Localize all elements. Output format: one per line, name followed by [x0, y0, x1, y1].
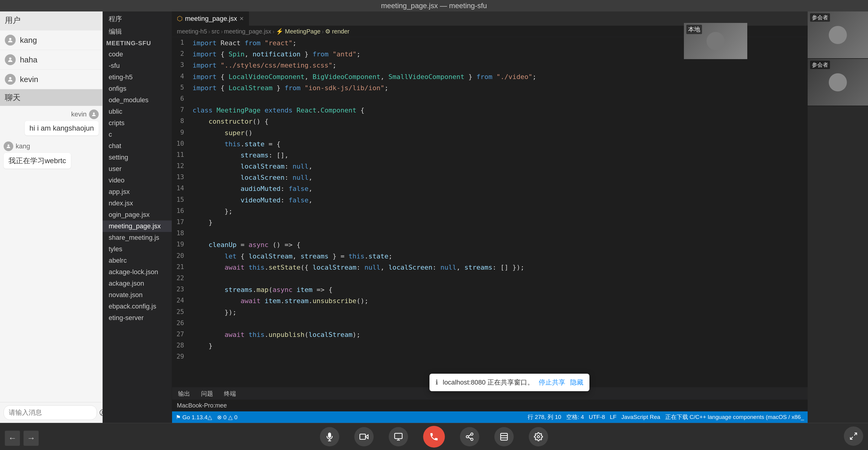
file-tree-item-chat[interactable]: chat [103, 140, 172, 152]
editor-tab-meeting[interactable]: ⬡ meeting_page.jsx ✕ [172, 11, 249, 26]
user-name-kevin: kevin [20, 75, 38, 84]
nav-next-button[interactable]: → [24, 431, 39, 446]
code-line-29: 29 [172, 351, 802, 362]
users-section: 用户 [0, 11, 102, 30]
code-area[interactable]: 1 import React from "react"; 2 import { … [172, 37, 802, 387]
code-line-18: 18 [172, 228, 802, 239]
code-line-24: 24 await item.stream.unsubscribe(); [172, 295, 802, 306]
file-tree-item-webpack[interactable]: ebpack.config.js [103, 301, 172, 312]
status-go-version: ⚑ Go 1.13.4△ [176, 414, 212, 421]
mic-button[interactable] [320, 427, 339, 446]
code-line-9: 9 super() [172, 127, 802, 138]
user-item-kevin[interactable]: kevin [0, 70, 102, 89]
file-tree-item-code[interactable]: code [103, 49, 172, 60]
file-tree-item-edit[interactable]: 编辑 [103, 25, 172, 38]
breadcrumb-part-2: src [212, 28, 220, 35]
status-bar: ⚑ Go 1.13.4△ ⊗ 0 △ 0 行 278, 列 10 空格: 4 U… [172, 411, 808, 423]
file-tree-item-babelrc[interactable]: abelrc [103, 255, 172, 266]
status-download: 正在下载 C/C++ language components (macOS / … [665, 413, 804, 421]
file-tree-item-package[interactable]: ackage.json [103, 278, 172, 289]
code-line-25: 25 }); [172, 307, 802, 318]
file-tree-item-public[interactable]: ublic [103, 106, 172, 117]
code-line-21: 21 await this.setState({ localStream: nu… [172, 261, 802, 272]
camera-button[interactable] [354, 427, 374, 446]
bottom-tab-problems[interactable]: 问题 [198, 388, 216, 399]
code-line-6: 6 [172, 93, 802, 104]
bottom-content: MacBook-Pro:mee [172, 399, 808, 411]
code-line-28: 28 } [172, 340, 802, 351]
code-line-19: 19 cleanUp = async () => { [172, 239, 802, 250]
code-line-10: 10 this.state = { [172, 138, 802, 149]
share-hide-button[interactable]: 隐藏 [570, 378, 583, 387]
file-tree-item-share[interactable]: share_meeting.js [103, 232, 172, 244]
settings-button[interactable] [529, 427, 548, 446]
file-tree-item-onfigs[interactable]: onfigs [103, 83, 172, 94]
message-bubble-kevin: hi i am kangshaojun [25, 121, 99, 135]
end-call-button[interactable] [423, 426, 445, 448]
message-sender-row-kang: kang [4, 141, 30, 151]
file-tree-item-scripts[interactable]: cripts [103, 117, 172, 129]
chat-input[interactable] [4, 405, 97, 420]
file-tree-item-index[interactable]: ndex.jsx [103, 198, 172, 209]
svg-rect-10 [395, 433, 402, 439]
chat-header-section: 聊天 [0, 89, 102, 106]
share-button[interactable] [460, 427, 479, 446]
file-tree-item-styles[interactable]: tyles [103, 244, 172, 255]
file-tree-item-eting-h5[interactable]: eting-h5 [103, 71, 172, 83]
layout-button[interactable] [494, 427, 514, 446]
participant-video-1: 参会者 [808, 11, 868, 59]
screen-share-button[interactable] [389, 427, 408, 446]
nav-prev-button[interactable]: ← [5, 431, 20, 446]
chat-input-area [0, 402, 102, 423]
file-tree-item-c[interactable]: c [103, 129, 172, 140]
code-line-22: 22 [172, 272, 802, 284]
file-editor-area: 1 import React from "react"; 2 import { … [172, 37, 808, 387]
participant-label-1: 参会者 [810, 13, 830, 22]
bottom-tab-terminal[interactable]: 终端 [221, 388, 239, 399]
file-tree-item-video[interactable]: video [103, 174, 172, 186]
file-tree-item-meeting[interactable]: meeting_page.jsx [103, 221, 172, 232]
file-tree-item-cheng[interactable]: 程序 [103, 13, 172, 25]
file-tree-item-server[interactable]: eting-server [103, 312, 172, 324]
breadcrumb-sep-1: › [208, 28, 210, 35]
editor-main: 本地 ⬡ meeting_page.jsx ✕ meeting-h5 › src… [172, 11, 808, 423]
chat-message-sent: kang 我正在学习webrtc [4, 141, 99, 169]
breadcrumb-part-3: meeting_page.jsx [224, 28, 271, 35]
message-bubble-kang: 我正在学习webrtc [4, 153, 71, 169]
bottom-tab-output[interactable]: 输出 [176, 388, 192, 399]
tab-close-icon[interactable]: ✕ [239, 15, 244, 22]
status-language: JavaScript Rea [621, 414, 660, 420]
file-tree-item-setting[interactable]: setting [103, 152, 172, 163]
status-spaces: 空格: 4 [566, 413, 584, 421]
local-video-container: 本地 [684, 23, 747, 59]
file-tree-item-app[interactable]: app.jsx [103, 186, 172, 198]
sender-name-kevin: kevin [71, 110, 87, 118]
share-info-icon: ℹ [435, 379, 438, 386]
file-tree-item-package-lock[interactable]: ackage-lock.json [103, 266, 172, 278]
fullscreen-button[interactable] [844, 426, 863, 446]
sender-avatar-kevin [89, 109, 99, 119]
svg-point-2 [9, 77, 11, 79]
status-errors: ⊗ 0 △ 0 [217, 414, 238, 421]
status-right: 行 278, 列 10 空格: 4 UTF-8 LF JavaScript Re… [528, 413, 804, 421]
file-tree-item-novate[interactable]: novate.json [103, 289, 172, 301]
file-tree-item-login[interactable]: ogin_page.jsx [103, 209, 172, 221]
file-tree-item-sfu[interactable]: -sfu [103, 60, 172, 71]
status-encoding: UTF-8 [589, 414, 605, 420]
code-line-17: 17 } [172, 217, 802, 228]
code-line-13: 13 localScreen: null, [172, 172, 802, 183]
file-tree-item-user[interactable]: user [103, 163, 172, 174]
svg-rect-9 [360, 434, 366, 440]
code-line-20: 20 let { localStream, streams } = this.s… [172, 250, 802, 261]
file-tree-item-node-modules[interactable]: ode_modules [103, 94, 172, 106]
user-item-kang[interactable]: kang [0, 30, 102, 50]
code-line-11: 11 streams: [], [172, 149, 802, 160]
user-item-haha[interactable]: haha [0, 50, 102, 70]
breadcrumb-sep-3: › [273, 28, 275, 35]
code-line-8: 8 constructor() { [172, 116, 802, 127]
participant-label-2: 参会者 [810, 61, 830, 69]
code-line-5: 5 import { LocalStream } from "ion-sdk-j… [172, 82, 802, 93]
share-stop-button[interactable]: 停止共享 [539, 378, 565, 387]
editor-scrollbar[interactable] [802, 37, 808, 387]
file-tree-panel: 程序 编辑 MEETING-SFU code -sfu eting-h5 onf… [103, 11, 172, 423]
